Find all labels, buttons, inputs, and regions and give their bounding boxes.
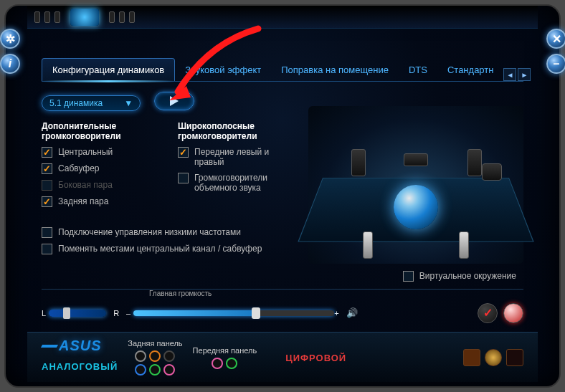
label-surround: Громкоговорители объемного звука bbox=[194, 173, 300, 193]
tab-dts[interactable]: DTS bbox=[399, 59, 437, 81]
checkbox-front-lr[interactable] bbox=[178, 147, 189, 158]
label-center: Центральный bbox=[58, 147, 113, 157]
tab-bar: Конфигурация динамиков Звуковой эффект П… bbox=[42, 57, 523, 82]
tab-scroll-right[interactable]: ► bbox=[518, 68, 531, 81]
label-bass-mgmt: Подключение управления низкими частотами bbox=[58, 227, 241, 237]
speaker-config-dropdown[interactable]: 5.1 динамика ▼ bbox=[42, 95, 141, 111]
bottom-option-2[interactable] bbox=[485, 349, 502, 366]
balance-r-label: R bbox=[113, 309, 119, 317]
speaker-visualizer bbox=[308, 106, 523, 264]
speaker-rear-right-icon[interactable] bbox=[459, 231, 469, 259]
speaker-front-left-icon[interactable] bbox=[351, 149, 366, 176]
bottom-panel: ASUS АНАЛОГОВЫЙ Задняя панель Передняя п… bbox=[27, 332, 538, 382]
minimize-icon: – bbox=[554, 57, 560, 70]
dropdown-value: 5.1 динамика bbox=[49, 98, 103, 108]
test-play-button[interactable] bbox=[154, 92, 194, 110]
speaker-subwoofer-icon[interactable] bbox=[482, 163, 502, 181]
main-volume-label: Главная громкость bbox=[149, 290, 212, 297]
fullrange-speakers-heading: Широкополосные громкоговорители bbox=[178, 121, 300, 141]
record-button[interactable] bbox=[503, 303, 523, 323]
label-front-lr: Передние левый и правый bbox=[194, 147, 300, 167]
rear-panel-label: Задняя панель bbox=[128, 339, 182, 348]
speaker-rear-left-icon[interactable] bbox=[363, 231, 373, 259]
balance-l-label: L bbox=[42, 309, 46, 317]
jack-front-pink[interactable] bbox=[212, 358, 223, 369]
label-subwoofer: Сабвуфер bbox=[58, 163, 100, 173]
info-button[interactable]: i bbox=[0, 54, 20, 74]
bottom-option-3[interactable] bbox=[506, 349, 523, 366]
window-top-bar bbox=[27, 6, 538, 29]
label-rear-pair: Задняя пара bbox=[58, 196, 108, 206]
checkbox-center[interactable] bbox=[42, 147, 52, 158]
checkbox-side-pair bbox=[42, 180, 52, 191]
listener-sphere-icon bbox=[394, 185, 438, 229]
tab-scroll-left[interactable]: ◄ bbox=[503, 68, 516, 81]
speaker-front-right-icon[interactable] bbox=[467, 149, 482, 176]
label-swap-center-sub: Поменять местами центральный канал / саб… bbox=[58, 244, 262, 254]
checkbox-bass-mgmt[interactable] bbox=[42, 227, 52, 238]
tab-sound-effect[interactable]: Звуковой эффект bbox=[175, 59, 271, 81]
checkbox-swap-center-sub[interactable] bbox=[42, 244, 52, 254]
brand-logo: ASUS bbox=[42, 338, 118, 354]
gear-icon: ✲ bbox=[6, 32, 15, 46]
mode-analog-label[interactable]: АНАЛОГОВЫЙ bbox=[42, 361, 118, 372]
speaker-center-icon[interactable] bbox=[404, 153, 428, 166]
apply-button[interactable] bbox=[478, 303, 498, 323]
label-virtual-surround: Виртуальное окружение bbox=[419, 271, 516, 281]
chevron-down-icon: ▼ bbox=[124, 98, 133, 108]
bottom-option-1[interactable] bbox=[463, 349, 480, 366]
speaker-icon[interactable]: 🔊 bbox=[346, 307, 358, 318]
jack-front-green[interactable] bbox=[226, 358, 237, 369]
settings-button[interactable]: ✲ bbox=[0, 29, 20, 49]
jack-rear-gray[interactable] bbox=[135, 350, 146, 362]
info-icon: i bbox=[9, 57, 11, 70]
tab-default[interactable]: Стандартн bbox=[437, 59, 504, 81]
label-side-pair: Боковая пара bbox=[58, 180, 113, 190]
checkbox-virtual-surround[interactable] bbox=[403, 271, 414, 282]
checkbox-subwoofer[interactable] bbox=[42, 163, 52, 174]
volume-section: Главная громкость L R – + 🔊 bbox=[42, 289, 523, 328]
minimize-button[interactable]: – bbox=[546, 54, 565, 74]
jack-rear-blue[interactable] bbox=[135, 364, 146, 376]
tab-room-correction[interactable]: Поправка на помещение bbox=[271, 59, 399, 81]
tab-speaker-config[interactable]: Конфигурация динамиков bbox=[42, 58, 175, 81]
checkbox-rear-pair[interactable] bbox=[42, 196, 52, 207]
checkbox-surround[interactable] bbox=[178, 173, 189, 183]
volume-plus-label: + bbox=[334, 309, 338, 317]
jack-rear-green[interactable] bbox=[149, 364, 161, 376]
front-panel-label: Передняя панель bbox=[193, 346, 257, 355]
jack-rear-black[interactable] bbox=[163, 350, 175, 362]
jack-rear-orange[interactable] bbox=[149, 350, 161, 362]
volume-slider[interactable] bbox=[133, 310, 334, 316]
close-icon: ✕ bbox=[552, 32, 561, 46]
tab-scroll: ◄ ► bbox=[503, 68, 531, 81]
additional-speakers-heading: Дополнительные громкоговорители bbox=[42, 121, 163, 141]
close-button[interactable]: ✕ bbox=[546, 29, 565, 49]
top-glow-icon bbox=[70, 9, 99, 26]
jack-rear-pink[interactable] bbox=[163, 364, 175, 376]
mode-digital-label[interactable]: ЦИФРОВОЙ bbox=[285, 353, 346, 363]
balance-slider[interactable] bbox=[49, 310, 106, 317]
